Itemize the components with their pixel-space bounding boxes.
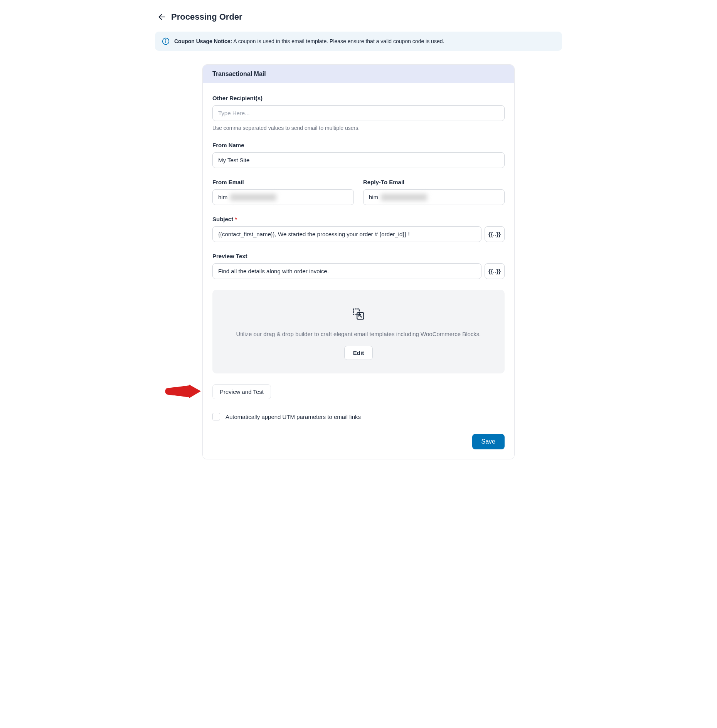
builder-icon xyxy=(224,305,493,323)
subject-merge-tag-button[interactable]: {{..}} xyxy=(485,226,505,242)
from-name-label: From Name xyxy=(212,142,505,148)
preview-text-label: Preview Text xyxy=(212,253,505,259)
subject-input[interactable] xyxy=(212,226,481,242)
page-title: Processing Order xyxy=(171,12,242,22)
builder-box: Utilize our drag & drop builder to craft… xyxy=(212,290,505,373)
save-button[interactable]: Save xyxy=(472,434,505,449)
builder-description: Utilize our drag & drop builder to craft… xyxy=(224,331,493,337)
utm-checkbox[interactable] xyxy=(212,413,220,420)
coupon-notice: Coupon Usage Notice: A coupon is used in… xyxy=(155,32,562,51)
utm-label: Automatically append UTM parameters to e… xyxy=(226,414,361,420)
arrow-annotation xyxy=(164,381,201,402)
preview-text-input[interactable] xyxy=(212,263,481,279)
preview-merge-tag-button[interactable]: {{..}} xyxy=(485,263,505,279)
recipients-input[interactable] xyxy=(212,105,505,121)
notice-text: Coupon Usage Notice: A coupon is used in… xyxy=(174,38,444,44)
svg-marker-5 xyxy=(189,385,201,398)
from-name-input[interactable] xyxy=(212,152,505,168)
transactional-mail-card: Transactional Mail Other Recipient(s) Us… xyxy=(202,64,515,459)
recipients-helper: Use comma separated values to send email… xyxy=(212,125,505,131)
page-header: Processing Order xyxy=(150,2,567,30)
recipients-label: Other Recipient(s) xyxy=(212,95,505,101)
card-header: Transactional Mail xyxy=(203,65,514,83)
from-email-label: From Email xyxy=(212,179,354,185)
edit-button[interactable]: Edit xyxy=(344,346,373,360)
svg-point-3 xyxy=(166,39,166,40)
back-arrow-icon[interactable] xyxy=(157,12,167,22)
subject-label: Subject* xyxy=(212,216,505,222)
reply-to-label: Reply-To Email xyxy=(363,179,505,185)
info-icon xyxy=(162,37,170,45)
preview-test-button[interactable]: Preview and Test xyxy=(212,384,271,399)
